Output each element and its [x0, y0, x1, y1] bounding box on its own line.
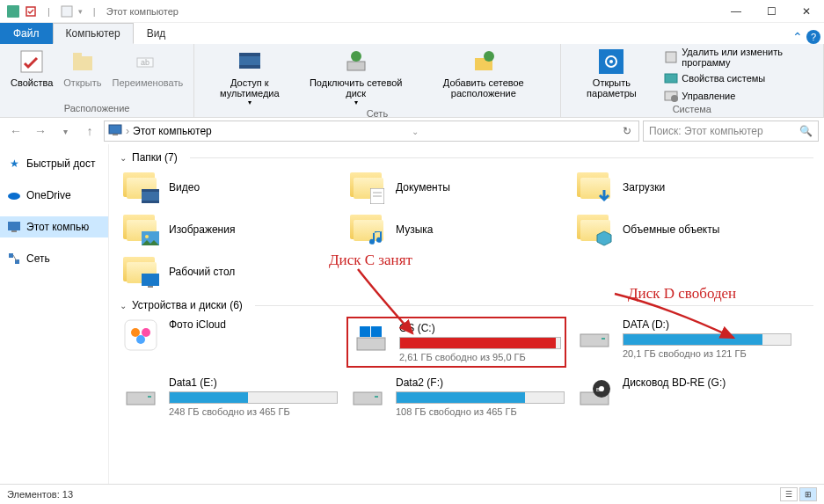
address-bar-row: ← → ▾ ↑ › Этот компьютер ⌄ ↻ Поиск: Этот…: [0, 118, 824, 144]
media-icon: [236, 47, 264, 76]
search-icon: 🔍: [799, 125, 813, 137]
ribbon-media[interactable]: Доступ к мультимедиа▾: [200, 46, 299, 108]
statusbar: Элементов: 13 ☰ ⊞: [0, 484, 824, 503]
tab-file[interactable]: Файл: [0, 23, 53, 44]
svg-point-17: [609, 60, 613, 63]
folder-icon: [348, 171, 387, 204]
nav-onedrive[interactable]: OneDrive: [0, 185, 108, 206]
drive-icon: [352, 322, 390, 355]
star-icon: ★: [7, 157, 21, 171]
app-icon: [7, 5, 19, 18]
map-drive-icon: [342, 47, 370, 76]
ribbon-add-net[interactable]: Добавить сетевое расположение: [412, 46, 555, 108]
nav-recent[interactable]: ▾: [55, 121, 76, 142]
ribbon-uninstall[interactable]: Удалить или изменить программу: [660, 46, 818, 69]
view-tiles-icon[interactable]: ⊞: [799, 487, 817, 501]
nav-quick-access[interactable]: ★ Быстрый дост: [0, 153, 108, 174]
folder-videos[interactable]: Видео: [120, 169, 339, 206]
svg-rect-52: [375, 396, 378, 398]
svg-rect-38: [142, 274, 159, 286]
ribbon-rename: ab Переименовать: [107, 46, 189, 103]
svg-rect-2: [62, 6, 72, 17]
drive-c[interactable]: OS (C:) 2,61 ГБ свободно из 95,0 ГБ: [346, 317, 566, 368]
search-box[interactable]: Поиск: Этот компьютер 🔍: [643, 121, 819, 142]
search-placeholder: Поиск: Этот компьютер: [649, 125, 763, 137]
nav-network[interactable]: Сеть: [0, 248, 108, 269]
folder-downloads[interactable]: Загрузки: [573, 169, 793, 206]
ribbon-group-location: Расположение: [5, 103, 188, 115]
svg-rect-39: [148, 286, 153, 288]
sys-props-icon: [664, 71, 678, 85]
group-folders[interactable]: ⌄ Папки (7): [120, 151, 813, 164]
svg-rect-9: [239, 53, 260, 56]
svg-rect-10: [239, 65, 260, 69]
ribbon-tabs: Файл Компьютер Вид ⌃ ?: [0, 23, 824, 44]
svg-rect-31: [142, 189, 159, 192]
nav-forward: →: [30, 121, 51, 142]
svg-rect-26: [11, 230, 17, 232]
ribbon-properties[interactable]: Свойства: [5, 46, 58, 103]
svg-point-24: [8, 193, 20, 200]
svg-rect-51: [354, 392, 382, 405]
icloud-photos-icon: [121, 318, 160, 352]
svg-point-21: [671, 95, 678, 102]
minimize-button[interactable]: —: [718, 0, 754, 23]
qat-properties-icon[interactable]: [25, 5, 37, 18]
manage-icon: [664, 89, 678, 103]
folder-pictures[interactable]: Изображения: [120, 211, 339, 248]
address-box[interactable]: › Этот компьютер ⌄ ↻: [104, 121, 639, 142]
svg-rect-22: [109, 125, 121, 134]
tab-view[interactable]: Вид: [134, 23, 179, 44]
help-icon[interactable]: ?: [806, 30, 820, 44]
cloud-icon: [7, 188, 21, 202]
drive-usage-bar: [623, 333, 791, 346]
maximize-button[interactable]: ☐: [754, 0, 789, 23]
folder-3dobjects[interactable]: Объемные объекты: [573, 211, 793, 248]
svg-point-43: [136, 335, 145, 344]
svg-rect-4: [73, 56, 92, 70]
qat-dropdown-icon[interactable]: [61, 5, 73, 18]
svg-rect-0: [7, 5, 19, 18]
drive-d[interactable]: DATA (D:) 20,1 ГБ свободно из 121 ГБ: [573, 317, 793, 368]
folder-icon: [121, 213, 160, 246]
ribbon-sys-props[interactable]: Свойства системы: [660, 70, 818, 86]
nav-this-pc[interactable]: Этот компью: [0, 216, 108, 237]
folder-music[interactable]: Музыка: [346, 211, 566, 248]
svg-rect-48: [602, 338, 605, 340]
refresh-icon[interactable]: ↻: [619, 125, 635, 137]
svg-point-41: [131, 328, 140, 337]
ribbon-settings[interactable]: Открыть параметры: [566, 46, 658, 104]
drive-f[interactable]: Data2 (F:) 108 ГБ свободно из 465 ГБ: [346, 375, 566, 419]
group-drives[interactable]: ⌄ Устройства и диски (6): [120, 299, 813, 311]
svg-rect-18: [666, 52, 676, 62]
drive-g[interactable]: BD Дисковод BD-RE (G:): [573, 375, 793, 419]
address-path: Этот компьютер: [133, 125, 212, 137]
drive-icloud[interactable]: Фото iCloud: [120, 317, 339, 368]
svg-rect-49: [127, 392, 155, 405]
nav-up[interactable]: ↑: [79, 121, 100, 142]
svg-rect-25: [8, 222, 20, 230]
uninstall-icon: [664, 50, 678, 64]
ribbon-collapse-icon[interactable]: ⌃: [792, 30, 803, 44]
folder-icon: [121, 255, 160, 289]
chevron-down-icon: ⌄: [120, 301, 127, 310]
status-item-count: Элементов: 13: [7, 489, 73, 500]
settings-icon: [597, 47, 625, 76]
folder-documents[interactable]: Документы: [346, 169, 566, 206]
svg-rect-50: [148, 396, 151, 398]
svg-rect-23: [113, 134, 118, 135]
ribbon-map-drive[interactable]: Подключить сетевой диск▾: [299, 46, 412, 108]
drive-e[interactable]: Data1 (E:) 248 ГБ свободно из 465 ГБ: [120, 375, 339, 419]
ribbon-manage[interactable]: Управление: [660, 88, 818, 104]
svg-point-14: [484, 51, 494, 62]
bdre-icon: BD: [575, 376, 614, 410]
nav-back[interactable]: ←: [5, 121, 26, 142]
view-details-icon[interactable]: ☰: [780, 487, 798, 501]
ribbon-group-network: Сеть: [200, 108, 554, 121]
folder-desktop[interactable]: Рабочий стол: [120, 253, 339, 290]
drive-usage-bar: [169, 391, 338, 404]
ribbon-group-system: Система: [566, 104, 818, 116]
close-button[interactable]: ✕: [789, 0, 824, 23]
svg-rect-47: [580, 334, 609, 347]
tab-computer[interactable]: Компьютер: [53, 23, 134, 44]
